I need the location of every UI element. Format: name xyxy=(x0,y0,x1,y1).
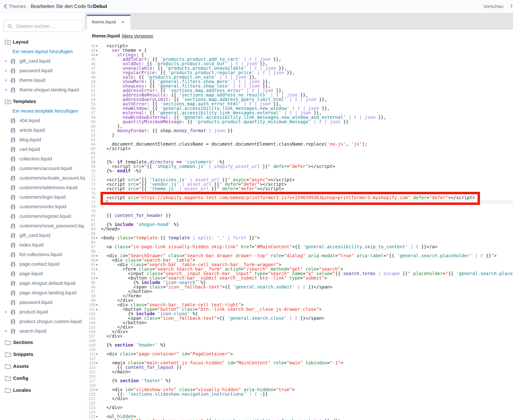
file-item[interactable]: {/}customers/account.liquid xyxy=(0,164,85,173)
file-item[interactable]: {/}index.liquid xyxy=(0,240,85,250)
code-line[interactable]: 88 xyxy=(85,249,513,254)
file-item[interactable]: {/}theme.shogun.landing.liquid xyxy=(0,85,85,95)
code-line[interactable]: 104 </button> xyxy=(85,321,513,325)
code-line[interactable]: 55 authError: {{ 'sections.map.auth_erro… xyxy=(85,102,513,106)
sidebar-folder-sections[interactable]: Sections xyxy=(0,336,85,348)
file-item[interactable]: {/}customers/addresses.liquid xyxy=(0,183,85,192)
code-line[interactable]: 89▾ <div id="SearchDrawer" class="search… xyxy=(85,254,513,258)
code-line[interactable]: 45 addToCart: {{ 'products.product.add_t… xyxy=(85,57,513,61)
back-to-themes-button[interactable]: Themes xyxy=(3,0,26,13)
fold-arrow-icon[interactable]: ▾ xyxy=(96,276,98,280)
code-line[interactable]: 75 xyxy=(85,191,513,195)
code-line[interactable]: 60 }, xyxy=(85,124,513,128)
code-line[interactable]: 110 xyxy=(85,347,513,352)
code-line[interactable]: 108 xyxy=(85,338,513,343)
file-item[interactable]: {/}theme.liquid xyxy=(0,75,85,85)
tab-close-icon[interactable]: × xyxy=(121,19,124,25)
code-line[interactable]: 113▾ <main class="main-content js-focus-… xyxy=(85,361,513,365)
code-line[interactable]: 126 <li id="a11y-refresh-page-message">{… xyxy=(85,419,513,420)
preview-button[interactable]: Vorschau xyxy=(483,0,503,13)
code-line[interactable]: 81 xyxy=(85,218,513,222)
file-item[interactable]: {/}page.contact.liquid xyxy=(0,259,85,269)
add-new-layout-link[interactable]: Ein neues layout hinzufügen xyxy=(0,47,85,56)
code-line[interactable]: 57 external: {{ 'general.accessibility.l… xyxy=(85,111,513,115)
fold-arrow-icon[interactable]: ▾ xyxy=(96,267,98,271)
code-line[interactable]: 119▾ <div id="slideshow-info" class="vis… xyxy=(85,388,513,392)
code-line[interactable]: 70 {%- endif -%} xyxy=(85,169,513,173)
code-line[interactable]: 71 xyxy=(85,173,513,178)
fold-arrow-icon[interactable]: ▾ xyxy=(96,361,98,365)
code-line[interactable]: 85▾<body class="template-{{ template | s… xyxy=(85,236,513,240)
sidebar-folder-config[interactable]: Config xyxy=(0,372,85,384)
code-line[interactable]: 47 unavailable: {{ 'products.product.una… xyxy=(85,66,513,70)
code-line[interactable]: 59 quantityMinimumMessage: {{ 'products.… xyxy=(85,120,513,124)
search-input[interactable] xyxy=(16,21,80,31)
code-line[interactable]: 114 {{ content_for_layout }} xyxy=(85,365,513,370)
code-line[interactable]: 42▾ <script> xyxy=(85,44,513,48)
file-item[interactable]: {/}cart.liquid xyxy=(0,144,85,154)
fold-arrow-icon[interactable]: ▾ xyxy=(96,352,98,356)
older-versions-link[interactable]: Ältere Versionen xyxy=(122,34,153,38)
code-line[interactable]: 83</head> xyxy=(85,227,513,231)
code-line[interactable]: 68 {%- if template.directory == 'custome… xyxy=(85,160,513,164)
file-item[interactable]: {/}customers/register.liquid xyxy=(0,211,85,221)
file-item[interactable]: {/}gift_card.liquid xyxy=(0,56,85,66)
code-line[interactable]: 98 </form> xyxy=(85,294,513,298)
code-line[interactable]: 105 </div> xyxy=(85,325,513,330)
code-line[interactable]: 51 showLess: {{ 'general.filters.show_le… xyxy=(85,84,513,88)
code-line[interactable]: 58 newWindowExternal: {{ 'general.access… xyxy=(85,115,513,120)
file-item[interactable]: {/}product.liquid xyxy=(0,307,85,317)
code-line[interactable]: 64 document.documentElement.className = … xyxy=(85,142,513,146)
tab-theme-liquid[interactable]: theme.liquid × xyxy=(87,15,130,30)
code-line[interactable]: 112 xyxy=(85,356,513,361)
code-line[interactable]: 69 <script src="{{ 'shopify_common.js' |… xyxy=(85,164,513,169)
code-line[interactable]: 124 xyxy=(85,410,513,414)
code-line[interactable]: 54 addressQueryLimit: {{ 'sections.map.a… xyxy=(85,97,513,102)
code-line[interactable]: 79 xyxy=(85,209,513,213)
fold-arrow-icon[interactable]: ▾ xyxy=(96,307,98,312)
code-line[interactable]: 96 <span class="icon__fallback-text">{{ … xyxy=(85,285,513,289)
fold-arrow-icon[interactable]: ▾ xyxy=(96,262,98,267)
code-line[interactable]: 87 <a class="in-page-link visually-hidde… xyxy=(85,245,513,249)
file-item[interactable]: {/}page.shogun.default.liquid xyxy=(0,278,85,288)
code-line[interactable]: 121 </div> xyxy=(85,396,513,401)
code-line[interactable]: 67 xyxy=(85,155,513,160)
code-line[interactable]: 61 moneyFormat: {{ shop.money_format | j… xyxy=(85,128,513,133)
file-item[interactable]: {/}search.liquid xyxy=(0,326,85,336)
fold-arrow-icon[interactable]: ▾ xyxy=(96,414,98,419)
code-line[interactable]: 46 soldOut: {{ 'products.product.sold_ou… xyxy=(85,61,513,66)
file-item[interactable]: {/}password.liquid xyxy=(0,66,85,75)
code-line[interactable]: 99 </div> xyxy=(85,298,513,303)
code-line[interactable]: 82 {% include 'shogun-head' %} xyxy=(85,222,513,227)
code-line[interactable]: 84 xyxy=(85,231,513,236)
code-line[interactable]: 102 {% include 'icon-close' %} xyxy=(85,312,513,316)
file-item[interactable]: {/}password.liquid xyxy=(0,298,85,307)
file-item[interactable]: {/}collection.liquid xyxy=(0,154,85,164)
code-line[interactable]: 94▾ <button class="search-bar__submit se… xyxy=(85,276,513,280)
file-item[interactable]: {/}page.shogun.landing.liquid xyxy=(0,288,85,298)
code-line[interactable]: 86 xyxy=(85,240,513,245)
fold-arrow-icon[interactable]: ▾ xyxy=(96,236,98,240)
fold-arrow-icon[interactable]: ▾ xyxy=(96,254,98,258)
code-line[interactable]: 118 xyxy=(85,383,513,388)
sidebar-folder-snippets[interactable]: Snippets xyxy=(0,348,85,360)
code-line[interactable]: 115 </main> xyxy=(85,370,513,374)
code-line[interactable]: 97 </button> xyxy=(85,289,513,294)
add-new-templates-link[interactable]: Ein neues template hinzufügen xyxy=(0,106,85,116)
code-line[interactable]: 123 </div> xyxy=(85,405,513,410)
code-line[interactable]: 111▾ <div class="page-container" id="Pag… xyxy=(85,352,513,356)
file-item[interactable]: {/}list-collections.liquid xyxy=(0,250,85,259)
code-line[interactable]: 95 {% include 'icon-search' %} xyxy=(85,280,513,285)
code-editor[interactable]: 42▾ <script>43▾ var theme = {44▾ strings… xyxy=(85,43,513,420)
file-item[interactable]: {/}gift_card.liquid xyxy=(0,231,85,240)
code-line[interactable]: 101▾ <button type="button" class="btn--l… xyxy=(85,307,513,312)
file-item[interactable]: {/}404.liquid xyxy=(0,116,85,125)
code-line[interactable]: 53 addressNoResults: {{ 'sections.map.ad… xyxy=(85,93,513,97)
code-line[interactable]: 93 <input class="search__input search-ba… xyxy=(85,271,513,276)
code-line[interactable]: 72 <script src="{{ 'lazysizes.js' | asse… xyxy=(85,178,513,182)
code-line[interactable]: 73 <script src="{{ 'vendor.js' | asset_u… xyxy=(85,182,513,187)
fold-arrow-icon[interactable]: ▾ xyxy=(96,388,98,392)
code-line[interactable]: 100▾ <div class="search-bar__table-cell … xyxy=(85,303,513,307)
code-line[interactable]: 109 {% section 'header' %} xyxy=(85,343,513,347)
sidebar-section-templates[interactable]: Templates xyxy=(0,97,85,106)
